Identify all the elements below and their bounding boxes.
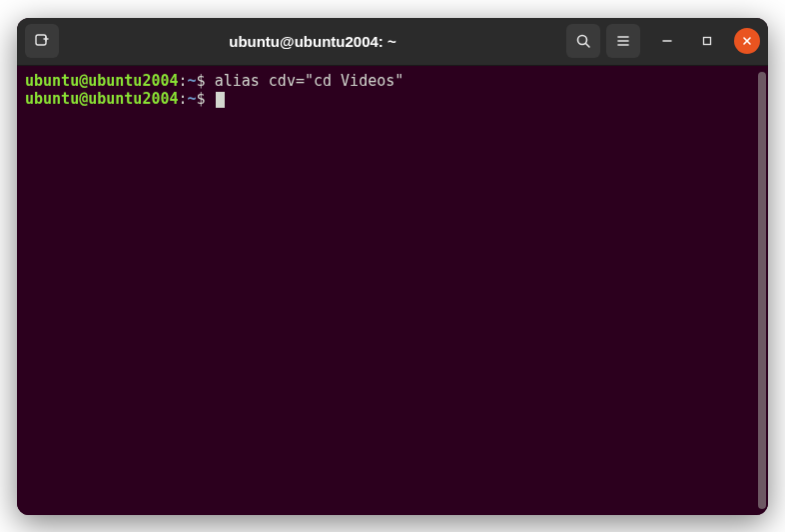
close-icon (742, 36, 752, 46)
terminal-line: ubuntu@ubuntu2004:~$ (25, 90, 760, 109)
cursor (216, 92, 225, 108)
new-tab-icon (34, 33, 50, 49)
close-button[interactable] (734, 28, 760, 54)
minimize-button[interactable] (654, 28, 680, 54)
prompt-user-host: ubuntu@ubuntu2004 (25, 90, 179, 108)
svg-line-2 (586, 44, 590, 48)
hamburger-icon (615, 33, 631, 49)
titlebar: ubuntu@ubuntu2004: ~ (17, 18, 768, 66)
prompt-path: ~ (188, 72, 197, 90)
menu-button[interactable] (606, 24, 640, 58)
maximize-icon (702, 36, 712, 46)
maximize-button[interactable] (694, 28, 720, 54)
svg-rect-0 (36, 35, 46, 45)
search-button[interactable] (566, 24, 600, 58)
prompt-user-host: ubuntu@ubuntu2004 (25, 72, 179, 90)
scrollbar[interactable] (758, 72, 766, 509)
search-icon (575, 33, 591, 49)
prompt-dollar: $ (197, 90, 215, 108)
terminal-body[interactable]: ubuntu@ubuntu2004:~$ alias cdv="cd Video… (17, 66, 768, 515)
prompt-colon: : (179, 72, 188, 90)
window-title: ubuntu@ubuntu2004: ~ (65, 33, 560, 50)
command-text: alias cdv="cd Videos" (215, 72, 404, 90)
prompt-path: ~ (188, 90, 197, 108)
prompt-colon: : (179, 90, 188, 108)
terminal-line: ubuntu@ubuntu2004:~$ alias cdv="cd Video… (25, 72, 760, 91)
titlebar-right (566, 24, 760, 58)
new-tab-button[interactable] (25, 24, 59, 58)
titlebar-left (25, 24, 59, 58)
prompt-dollar: $ (197, 72, 215, 90)
minimize-icon (662, 36, 672, 46)
svg-rect-7 (704, 38, 711, 45)
terminal-window: ubuntu@ubuntu2004: ~ (17, 18, 768, 515)
